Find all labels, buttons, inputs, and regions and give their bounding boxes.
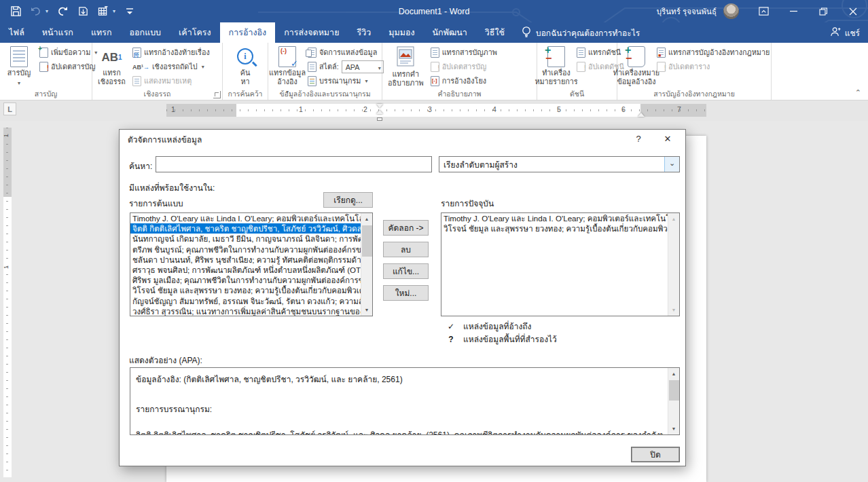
- dialog-help-icon[interactable]: ?: [631, 132, 646, 146]
- tab-review[interactable]: รีวิว: [348, 22, 380, 43]
- edit-button[interactable]: แก้ไข...: [383, 263, 429, 279]
- table-tool-dropdown-icon[interactable]: ▾: [113, 8, 115, 14]
- insert-citation-button[interactable]: (-)✓ แทรกข้อมูล อ้างอิง: [270, 44, 304, 89]
- account-name[interactable]: บุรินทร์ รุจจนพันธุ์: [657, 5, 717, 18]
- ribbon-display-options-icon[interactable]: [748, 0, 778, 22]
- master-source-item[interactable]: ศราวุธ พจนศิลป; การพัฒนาผลิตภัณฑ์ หนึ่งต…: [130, 265, 361, 275]
- left-indent-marker[interactable]: [377, 117, 382, 121]
- master-source-item[interactable]: ศิริพร มูลเมือง; คุณภาพชีวิตในการทำงานกั…: [130, 275, 361, 285]
- copy-button[interactable]: คัดลอก ->: [383, 220, 429, 236]
- master-source-item[interactable]: วงศ์ธิรา สุวรรณิน; แนวทางการเพิ่มมูลค่าส…: [130, 306, 361, 316]
- current-list-scrollbar[interactable]: [668, 213, 679, 316]
- insert-table-of-authorities-button[interactable]: ■ แทรกสารบัญอ้างอิงทางกฎหมาย: [655, 45, 772, 60]
- browse-button[interactable]: เรียกดู...: [323, 192, 373, 208]
- master-source-item[interactable]: กัญจน์ชัญญา สัมมาทรัพย์, อรรณพ จินะวัฒน์…: [130, 296, 361, 306]
- tab-mailings[interactable]: การส่งจดหมาย: [275, 22, 348, 43]
- update-table-of-figures-icon: !: [431, 62, 439, 72]
- account-avatar[interactable]: [723, 3, 739, 19]
- mark-entry-button[interactable]: +− ทำเครื่อง หมายรายการ: [539, 44, 573, 89]
- toc-button[interactable]: สารบัญ: [2, 44, 36, 89]
- tab-references[interactable]: การอ้างอิง: [220, 22, 276, 43]
- insert-footnote-button[interactable]: AB1 แทรก เชิงอรรถ: [94, 44, 129, 89]
- ruler-number: 2: [363, 105, 367, 113]
- tab-developer[interactable]: นักพัฒนา: [424, 22, 476, 43]
- current-source-list[interactable]: Timothy J. O'Leary และ Linda I. O'Leary;…: [441, 212, 680, 316]
- search-input[interactable]: [156, 156, 432, 172]
- dialog-title-bar[interactable]: ตัวจัดการแหล่งข้อมูล: [120, 130, 685, 149]
- master-source-item[interactable]: Timothy J. O'Leary และ Linda I. O'Leary;…: [130, 213, 361, 223]
- scroll-down-icon[interactable]: [668, 423, 679, 434]
- add-text-button[interactable]: + เพิ่มข้อความ: [37, 45, 99, 60]
- cited-check-icon: ✓: [447, 322, 455, 331]
- insert-caption-button[interactable]: แทรกคำ อธิบายภาพ: [384, 44, 427, 89]
- restore-icon[interactable]: [808, 0, 838, 22]
- master-source-item[interactable]: วิโรจน์ ชัยมูล และสุพรรษา ยวงทอง; ความรู…: [130, 285, 361, 295]
- tab-home[interactable]: หน้าแรก: [33, 22, 82, 43]
- scroll-down-icon[interactable]: [361, 304, 372, 316]
- scroll-up-icon[interactable]: [361, 213, 372, 225]
- insert-table-of-figures-button[interactable]: แทรกสารบัญภาพ: [429, 45, 499, 60]
- ribbon-spacer: ⌃: [772, 43, 868, 100]
- right-indent-marker[interactable]: [638, 113, 645, 117]
- toc-icon: [10, 46, 28, 67]
- master-source-item[interactable]: ตรีภพ ชินบูรณ์; คุณภาพชีวิตในการทำงานกับ…: [130, 244, 361, 255]
- style-icon: [308, 62, 317, 72]
- title-bar: ▾ ▾ Document1 - Word บุรินทร์ รุจจนพันธุ…: [0, 0, 868, 22]
- save-icon[interactable]: [10, 5, 22, 18]
- redo-icon[interactable]: [56, 5, 69, 18]
- mark-citation-button[interactable]: +− ทำเครื่องหมาย ข้อมูลอ้างอิง: [619, 44, 653, 89]
- sort-dropdown[interactable]: เรียงลำดับตามผู้สร้าง: [439, 156, 680, 172]
- tab-design[interactable]: ออกแบบ: [121, 22, 170, 43]
- close-dialog-button[interactable]: ปิด: [631, 447, 680, 462]
- add-text-icon: +: [39, 48, 48, 58]
- tab-file[interactable]: ไฟล์: [0, 22, 33, 43]
- tell-me-label: บอกฉันว่าคุณต้องการทำอะไร: [536, 26, 640, 39]
- master-list-scrollbar[interactable]: [361, 213, 372, 316]
- dialog-close-icon[interactable]: ✕: [659, 132, 676, 146]
- delete-button[interactable]: ลบ: [383, 242, 429, 257]
- insert-endnote-button[interactable]: [i] แทรกอ้างอิงท้ายเรื่อง: [130, 45, 212, 60]
- vertical-ruler[interactable]: 1 1: [3, 128, 12, 477]
- bibliography-button[interactable]: บรรณานุกรม: [306, 74, 386, 88]
- new-button[interactable]: ใหม่...: [383, 285, 429, 301]
- master-source-item[interactable]: นันทกาญจน์ เกิดมาลัย, เมธาวี ยีมิน, กาญจ…: [130, 234, 361, 244]
- vruler-number: 1: [2, 134, 10, 137]
- group-research: i ค้น หา การค้นคว้า: [223, 43, 268, 100]
- hanging-indent-marker[interactable]: [376, 110, 383, 114]
- smart-lookup-button[interactable]: i ค้น หา: [228, 44, 262, 89]
- tab-insert[interactable]: แทรก: [82, 22, 121, 43]
- sort-dropdown-arrow-icon[interactable]: [664, 157, 679, 172]
- close-icon[interactable]: [838, 0, 868, 22]
- horizontal-ruler[interactable]: 1 1 2 3 4 5 6 7: [166, 104, 706, 117]
- tab-view[interactable]: มุมมอง: [380, 22, 423, 43]
- preview-box: ข้อมูลอ้างอิง: (กิตติเลิศไพศาล, ชาญชิตปร…: [130, 367, 680, 435]
- master-source-item-selected[interactable]: จิตติ กิตติเลิศไพศาล, ชาคริต ชาญชิตปรีชา…: [130, 223, 361, 234]
- current-source-item[interactable]: วิโรจน์ ชัยมูล และสุพรรษา ยวงทอง; ความรู…: [441, 223, 668, 234]
- tab-stop-selector[interactable]: L: [3, 103, 16, 115]
- scroll-down-icon[interactable]: [668, 304, 679, 316]
- scroll-up-icon[interactable]: [668, 213, 679, 225]
- master-source-item[interactable]: ชลันดา ปานนนท์, ศิริพร นุชสำเนียง; ความร…: [130, 255, 361, 265]
- preview-scrollbar[interactable]: [668, 368, 679, 434]
- open-recent-icon[interactable]: [77, 5, 89, 18]
- cross-reference-button[interactable]: [-] การอ้างอิงโยง: [429, 74, 499, 88]
- collapse-ribbon-icon[interactable]: ⌃: [855, 88, 861, 97]
- share-button[interactable]: แชร์: [830, 22, 860, 43]
- update-toc-button[interactable]: ! อัปเดตสารบัญ: [37, 60, 99, 74]
- tab-help[interactable]: วิธีใช้: [476, 22, 513, 43]
- qat-customize-icon[interactable]: [124, 5, 136, 18]
- minimize-icon[interactable]: [778, 0, 808, 22]
- scroll-up-icon[interactable]: [668, 368, 679, 379]
- table-tool-icon[interactable]: [97, 5, 109, 18]
- manage-sources-button[interactable]: จัดการแหล่งข้อมูล: [306, 45, 386, 60]
- tab-layout[interactable]: เค้าโครง: [170, 22, 220, 43]
- style-combobox[interactable]: APA: [342, 60, 384, 73]
- footnotes-dialog-launcher-icon[interactable]: [213, 91, 221, 98]
- first-line-indent-marker[interactable]: [376, 104, 383, 108]
- group-label: ดัชนี: [539, 89, 615, 100]
- current-source-item[interactable]: Timothy J. O'Leary และ Linda I. O'Leary;…: [441, 213, 668, 223]
- tell-me-box[interactable]: บอกฉันว่าคุณต้องการทำอะไร: [513, 22, 648, 43]
- next-footnote-button[interactable]: AB¹→ เชิงอรรถถัดไป: [130, 60, 212, 74]
- master-source-list[interactable]: Timothy J. O'Leary และ Linda I. O'Leary;…: [130, 212, 373, 316]
- group-citations-bibliography: (-)✓ แทรกข้อมูล อ้างอิง จัดการแหล่งข้อมู…: [268, 43, 382, 100]
